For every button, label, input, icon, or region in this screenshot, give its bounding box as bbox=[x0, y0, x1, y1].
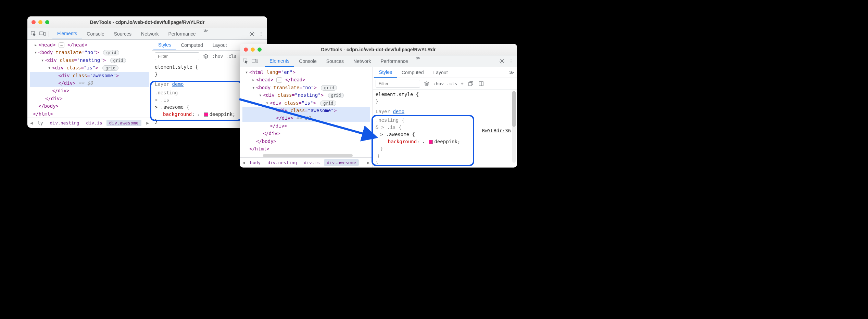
dom-node-is-close[interactable]: </div> bbox=[242, 122, 370, 130]
breadcrumb-is[interactable]: div.is bbox=[84, 120, 105, 126]
breadcrumb-nesting[interactable]: div.nesting bbox=[47, 120, 82, 126]
dom-node-body[interactable]: ▾<body translate="no"> grid bbox=[242, 84, 370, 91]
dom-node-nesting[interactable]: ▾<div class="nesting"> grid bbox=[242, 91, 370, 99]
layer-link[interactable]: demo bbox=[172, 81, 184, 87]
minimize-icon[interactable] bbox=[38, 20, 42, 24]
dom-node-awesome-close[interactable]: </div> == $0 bbox=[30, 79, 149, 87]
zoom-icon[interactable] bbox=[257, 48, 262, 52]
tab-console[interactable]: Console bbox=[294, 55, 321, 67]
breadcrumb-nesting[interactable]: div.nesting bbox=[265, 159, 300, 166]
close-icon[interactable] bbox=[32, 20, 36, 24]
tab-network[interactable]: Network bbox=[349, 55, 376, 67]
dom-tree[interactable]: ▾<html lang="en"> ▸<head> ⋯ </head> ▾<bo… bbox=[240, 67, 373, 157]
hov-toggle[interactable]: :hov bbox=[433, 81, 444, 86]
tab-computed[interactable]: Computed bbox=[397, 67, 429, 78]
grid-badge[interactable]: grid bbox=[110, 58, 126, 63]
color-swatch-icon[interactable] bbox=[429, 140, 433, 144]
filter-input[interactable] bbox=[155, 52, 199, 60]
layers-icon[interactable] bbox=[423, 80, 430, 88]
hov-toggle[interactable]: :hov bbox=[212, 54, 223, 59]
tab-network[interactable]: Network bbox=[136, 28, 163, 39]
toggle-panel-icon[interactable] bbox=[477, 80, 485, 88]
dom-node-head[interactable]: ▸<head> ⋯ </head> bbox=[30, 41, 149, 49]
breadcrumb-awesome[interactable]: div.awesome bbox=[106, 120, 141, 126]
dom-node-awesome-open[interactable]: <div class="awesome"> bbox=[242, 107, 370, 114]
breadcrumb-prev-icon[interactable]: ◀ bbox=[29, 120, 34, 125]
kebab-icon[interactable]: ⋮ bbox=[257, 30, 265, 38]
grid-badge[interactable]: grid bbox=[103, 50, 119, 55]
dom-node-head[interactable]: ▸<head> ⋯ </head> bbox=[242, 76, 370, 83]
css-declaration[interactable]: background: ▸ deeppink; bbox=[376, 138, 514, 145]
dom-node-html-close[interactable]: </html> bbox=[30, 110, 149, 118]
tab-sources[interactable]: Sources bbox=[322, 55, 349, 67]
collapsed-dots[interactable]: ⋯ bbox=[276, 77, 282, 83]
tabs-overflow-icon[interactable]: ≫ bbox=[413, 55, 423, 67]
tab-computed[interactable]: Computed bbox=[176, 40, 208, 50]
inspect-icon[interactable] bbox=[29, 30, 38, 38]
new-rule-icon[interactable]: ＋ bbox=[460, 81, 464, 87]
tab-elements[interactable]: Elements bbox=[52, 28, 82, 39]
layers-icon[interactable] bbox=[202, 53, 210, 60]
breadcrumb-body[interactable]: ly bbox=[35, 120, 46, 126]
dom-tree[interactable]: ▸<head> ⋯ </head> ▾<body translate="no">… bbox=[27, 40, 152, 118]
vertical-scrollbar[interactable] bbox=[512, 91, 516, 163]
device-icon[interactable] bbox=[38, 30, 47, 38]
styles-tabs-overflow-icon[interactable]: ≫ bbox=[506, 70, 517, 75]
grid-badge[interactable]: grid bbox=[328, 93, 344, 98]
expand-icon[interactable]: ▸ bbox=[198, 113, 200, 117]
dom-node-nesting-close[interactable]: </div> bbox=[242, 130, 370, 137]
dom-node-nesting-close[interactable]: </div> bbox=[30, 95, 149, 102]
settings-icon[interactable] bbox=[248, 30, 256, 38]
tabs-overflow-icon[interactable]: ≫ bbox=[201, 28, 211, 39]
device-icon[interactable] bbox=[251, 57, 259, 65]
dom-node-body-close[interactable]: </body> bbox=[242, 137, 370, 145]
source-link[interactable]: RwYLRdr:36 bbox=[482, 128, 511, 133]
css-rule[interactable]: .nesting { & > .is { > .awesome { backgr… bbox=[376, 117, 514, 167]
breadcrumb-next-icon[interactable]: ▶ bbox=[146, 120, 150, 125]
dom-node-is[interactable]: ▾<div class="is"> grid bbox=[30, 64, 149, 71]
horizontal-scrollbar[interactable] bbox=[263, 154, 353, 157]
copy-styles-icon[interactable] bbox=[467, 80, 475, 88]
tab-performance[interactable]: Performance bbox=[163, 28, 200, 39]
collapsed-dots[interactable]: ⋯ bbox=[59, 42, 64, 48]
color-swatch-icon[interactable] bbox=[204, 112, 208, 117]
dom-node-html[interactable]: ▾<html lang="en"> bbox=[242, 68, 370, 76]
dom-node-is[interactable]: ▾<div class="is"> grid bbox=[242, 99, 370, 107]
grid-badge[interactable]: grid bbox=[320, 101, 336, 106]
tab-styles[interactable]: Styles bbox=[153, 40, 176, 50]
tab-elements[interactable]: Elements bbox=[265, 55, 294, 67]
grid-badge[interactable]: grid bbox=[102, 65, 118, 71]
breadcrumb-body[interactable]: body bbox=[247, 159, 263, 166]
minimize-icon[interactable] bbox=[251, 48, 255, 52]
breadcrumb-is[interactable]: div.is bbox=[301, 159, 323, 166]
cls-toggle[interactable]: .cls bbox=[446, 81, 457, 86]
tab-sources[interactable]: Sources bbox=[109, 28, 136, 39]
inspect-icon[interactable] bbox=[242, 57, 250, 65]
dom-node-body[interactable]: ▾<body translate="no"> grid bbox=[30, 49, 149, 56]
expand-icon[interactable]: ▸ bbox=[423, 140, 425, 144]
dom-node-body-close[interactable]: </body> bbox=[30, 102, 149, 110]
dom-node-nesting[interactable]: ▾<div class="nesting"> grid bbox=[30, 56, 149, 64]
grid-badge[interactable]: grid bbox=[321, 85, 337, 91]
tab-styles[interactable]: Styles bbox=[374, 67, 397, 78]
settings-icon[interactable] bbox=[498, 57, 506, 65]
dom-node-is-close[interactable]: </div> bbox=[30, 87, 149, 94]
tab-performance[interactable]: Performance bbox=[376, 55, 413, 67]
dom-node-html-close[interactable]: </html> bbox=[242, 145, 370, 152]
tab-layout[interactable]: Layout bbox=[429, 67, 453, 78]
breadcrumb-awesome[interactable]: div.awesome bbox=[324, 159, 359, 166]
element-style-rule[interactable]: element.style { } bbox=[376, 91, 514, 105]
dom-node-awesome-close[interactable]: </div> == $0 bbox=[242, 114, 370, 122]
breadcrumb-prev-icon[interactable]: ◀ bbox=[242, 160, 246, 165]
dom-node-awesome-open[interactable]: <div class="awesome"> bbox=[30, 72, 149, 79]
zoom-icon[interactable] bbox=[45, 20, 49, 24]
filter-input[interactable] bbox=[376, 80, 420, 88]
layer-link[interactable]: demo bbox=[393, 109, 404, 114]
breadcrumb-next-icon[interactable]: ▶ bbox=[366, 160, 370, 165]
tab-layout[interactable]: Layout bbox=[208, 40, 232, 50]
tab-console[interactable]: Console bbox=[82, 28, 109, 39]
devtools-window-a: DevTools - cdpn.io/web-dot-dev/fullpage/… bbox=[27, 16, 267, 128]
close-icon[interactable] bbox=[244, 48, 248, 52]
cls-toggle[interactable]: .cls bbox=[226, 54, 236, 59]
kebab-icon[interactable]: ⋮ bbox=[507, 57, 515, 65]
